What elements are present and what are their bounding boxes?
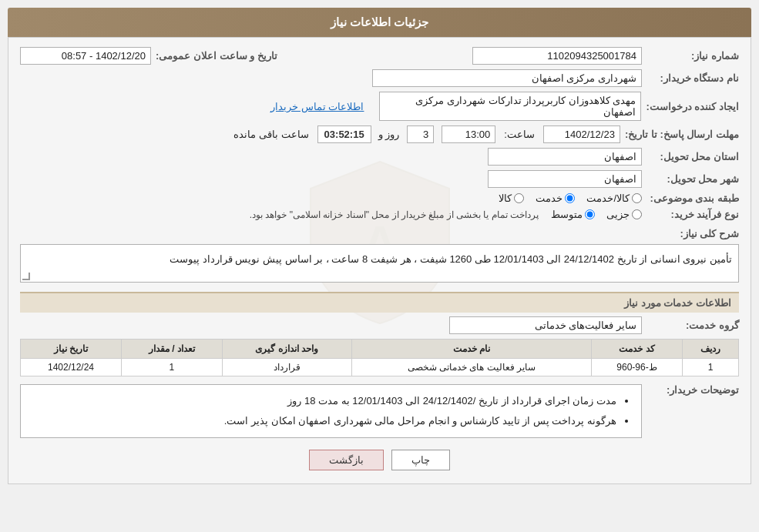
radio-kala-label: کالا <box>499 192 512 204</box>
saat-value: 13:00 <box>442 125 495 143</box>
radio-kala-khedmat: کالا/خدمت <box>586 192 642 204</box>
shomareNiaz-text: 1102094325001784 <box>547 50 636 62</box>
khadamat-header-text: اطلاعات خدمات مورد نیاز <box>624 297 731 309</box>
col-kod: کد خدمت <box>592 340 683 359</box>
tarikh-value: 1402/12/20 - 08:57 <box>20 47 151 65</box>
col-tedad: تعداد / مقدار <box>121 340 222 359</box>
resize-handle <box>22 273 30 280</box>
chap-button[interactable]: چاپ <box>391 450 450 470</box>
row-ijad: ایجاد کننده درخواست: مهدی کلاهدوزان کارب… <box>20 92 739 121</box>
shahr-text: اصفهان <box>604 173 636 185</box>
page-wrapper: جزئیات اطلاعات نیاز A شماره نیاز: 110209… <box>0 0 759 532</box>
roz-label: روز و <box>378 129 400 140</box>
tozih-label: توضیحات خریدار: <box>646 384 739 396</box>
shomareNiaz-value: 1102094325001784 <box>472 47 642 65</box>
groh-text: سایر فعالیت‌های خدماتی <box>535 320 636 331</box>
radio-motawaset-label: متوسط <box>551 209 583 220</box>
cell-vahed: قرارداد <box>222 359 351 376</box>
table-header-row: ردیف کد خدمت نام خدمت واحد اندازه گیری ت… <box>21 340 739 359</box>
tabaqe-radio-group: کالا/خدمت خدمت کالا <box>499 192 642 204</box>
dasgah-text: شهرداری مرکزی اصفهان <box>532 72 636 84</box>
tabaqe-label: طبقه بندی موضوعی: <box>646 192 739 204</box>
row-tozih: توضیحات خریدار: مدت زمان اجرای قرارداد ا… <box>20 384 739 438</box>
row-tabaqe: طبقه بندی موضوعی: کالا/خدمت خدمت کالا <box>20 192 739 204</box>
noeFarayand-label: نوع فرآیند خرید: <box>646 209 739 220</box>
col-nam: نام خدمت <box>351 340 592 359</box>
radio-khedmat-input[interactable] <box>565 193 575 203</box>
row-groh: گروه خدمت: سایر فعالیت‌های خدماتی <box>20 316 739 334</box>
radio-jozii: جزیی <box>606 209 642 220</box>
tarikh-mohlat-value: 1402/12/23 <box>543 125 620 143</box>
col-tarikh: تاریخ نیاز <box>21 340 122 359</box>
services-table: ردیف کد خدمت نام خدمت واحد اندازه گیری ت… <box>20 339 739 376</box>
dasgah-label: نام دستگاه خریدار: <box>646 72 739 84</box>
ijad-value: مهدی کلاهدوزان کاربرپرداز تداركات شهردار… <box>379 92 641 121</box>
timer-text: 03:52:15 <box>324 129 364 140</box>
tarikh-label: تاریخ و ساعت اعلان عمومی: <box>156 50 277 62</box>
sharh-box: تأمین نیروی انسانی از تاریخ 24/12/1402 ا… <box>20 244 739 283</box>
roz-value: 3 <box>407 125 434 143</box>
ijad-text: مهدی کلاهدوزان کاربرپرداز تداركات شهردار… <box>385 95 636 118</box>
radio-jozii-label: جزیی <box>606 209 630 220</box>
sharh-label: شرح کلی نیاز: <box>662 228 739 239</box>
radio-jozii-input[interactable] <box>632 209 642 219</box>
content-relative: A شماره نیاز: 1102094325001784 تاریخ و س… <box>20 47 739 438</box>
radio-kala-khedmat-label: کالا/خدمت <box>586 192 630 204</box>
cell-kod: ط-96-960 <box>592 359 683 376</box>
buyer-note-2: هرگونه پرداخت پس از تایید کارشناس و انجا… <box>30 411 616 431</box>
contact-link[interactable]: اطلاعات تماس خریدار <box>270 101 364 112</box>
khadamat-section: اطلاعات خدمات مورد نیاز گروه خدمت: سایر … <box>20 292 739 376</box>
bazgasht-button[interactable]: بازگشت <box>309 450 384 470</box>
ostan-label: استان محل تحویل: <box>646 151 739 162</box>
buyer-note-1: مدت زمان اجرای قرارداد از تاریخ /24/12/1… <box>30 391 616 411</box>
row-mohlat: مهلت ارسال پاسخ: تا تاریخ: 1402/12/23 سا… <box>20 125 739 143</box>
shahr-value: اصفهان <box>488 170 642 188</box>
radio-khedmat-label: خدمت <box>536 192 563 204</box>
cell-nam: سایر فعالیت های خدماتی شخصی <box>351 359 592 376</box>
radio-motawaset-input[interactable] <box>585 209 595 219</box>
row-shomara-tarikh: شماره نیاز: 1102094325001784 تاریخ و ساع… <box>20 47 739 65</box>
ostan-text: اصفهان <box>604 151 636 162</box>
timer-value: 03:52:15 <box>317 125 371 143</box>
table-row: 1 ط-96-960 سایر فعالیت های خدماتی شخصی ق… <box>21 359 739 376</box>
radio-khedmat: خدمت <box>536 192 575 204</box>
roz-text: 3 <box>423 129 428 140</box>
sharh-section: شرح کلی نیاز: تأمین نیروی انسانی از تاری… <box>20 228 739 283</box>
col-vahed: واحد اندازه گیری <box>222 340 351 359</box>
radio-kala-khedmat-input[interactable] <box>632 193 642 203</box>
buyer-notes-box: مدت زمان اجرای قرارداد از تاریخ /24/12/1… <box>20 384 642 438</box>
groh-value: سایر فعالیت‌های خدماتی <box>449 316 642 334</box>
ostan-value: اصفهان <box>488 148 642 166</box>
shahr-label: شهر محل تحویل: <box>646 173 739 185</box>
farayand-radio-group: جزیی متوسط <box>551 209 642 220</box>
tarikh-text: 1402/12/20 - 08:57 <box>62 50 146 62</box>
cell-tarikh: 1402/12/24 <box>21 359 122 376</box>
sharh-text: تأمین نیروی انسانی از تاریخ 24/12/1402 ا… <box>170 253 732 265</box>
shomareNiaz-label: شماره نیاز: <box>646 50 739 62</box>
table-head: ردیف کد خدمت نام خدمت واحد اندازه گیری ت… <box>21 340 739 359</box>
dasgah-value: شهرداری مرکزی اصفهان <box>372 69 642 87</box>
ijad-label: ایجاد کننده درخواست: <box>646 101 739 112</box>
groh-label: گروه خدمت: <box>646 320 739 331</box>
mohlat-label: مهلت ارسال پاسخ: تا تاریخ: <box>625 129 739 140</box>
row-ostan: استان محل تحویل: اصفهان <box>20 148 739 166</box>
button-row: چاپ بازگشت <box>20 450 739 470</box>
cell-tedad: 1 <box>121 359 222 376</box>
radio-kala: کالا <box>499 192 524 204</box>
radio-kala-input[interactable] <box>514 193 524 203</box>
page-header: جزئیات اطلاعات نیاز <box>8 8 751 37</box>
row-sharh: شرح کلی نیاز: <box>20 228 739 239</box>
row-shahr: شهر محل تحویل: اصفهان <box>20 170 739 188</box>
main-content: A شماره نیاز: 1102094325001784 تاریخ و س… <box>8 37 751 484</box>
cell-radif: 1 <box>682 359 738 376</box>
row-dasgah: نام دستگاه خریدار: شهرداری مرکزی اصفهان <box>20 69 739 87</box>
farayand-note: پرداخت تمام یا بخشی از مبلغ خریدار از مح… <box>250 209 539 220</box>
baghi-label: ساعت باقی مانده <box>233 129 308 140</box>
row-noeFarayand: نوع فرآیند خرید: جزیی متوسط پرداخت تمام … <box>20 209 739 220</box>
col-radif: ردیف <box>682 340 738 359</box>
khadamat-header: اطلاعات خدمات مورد نیاز <box>20 292 739 313</box>
radio-motawaset: متوسط <box>551 209 595 220</box>
fields-section: شماره نیاز: 1102094325001784 تاریخ و ساع… <box>20 47 739 438</box>
tarikh-mohlat-text: 1402/12/23 <box>565 129 615 140</box>
page-title: جزئیات اطلاعات نیاز <box>331 15 428 28</box>
